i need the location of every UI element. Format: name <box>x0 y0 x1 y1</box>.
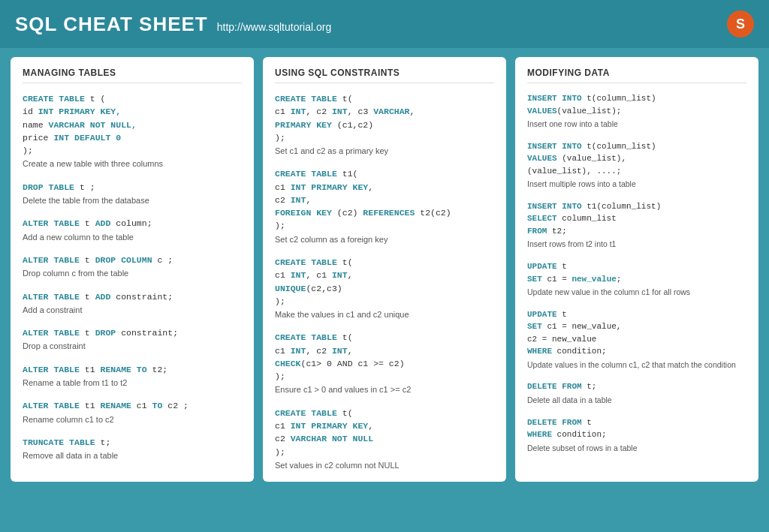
code-line: TRUNCATE TABLE t; <box>23 436 242 449</box>
section-desc: Insert one row into a table <box>527 119 746 130</box>
code-part: DROP TABLE <box>23 182 74 192</box>
code-part: WHERE <box>527 430 552 439</box>
code-part: c1 = <box>542 275 572 284</box>
code-part: FROM <box>527 227 547 236</box>
code-part: CREATE TABLE <box>23 94 85 104</box>
code-part: ; <box>617 275 622 284</box>
code-line: ALTER TABLE t1 RENAME c1 TO c2 ; <box>23 399 242 412</box>
code-line: WHERE condition; <box>527 345 746 358</box>
code-part: UNIQUE <box>275 284 306 293</box>
section-desc: Drop column c from the table <box>23 268 242 279</box>
section-update-where: UPDATE tSET c1 = new_value, c2 = new_val… <box>527 308 746 371</box>
code-line: ); <box>275 370 494 383</box>
section-desc: Update new value in the column c1 for al… <box>527 287 746 298</box>
code-part: VARCHAR NOT NULL, <box>49 120 137 130</box>
code-part: INT PRIMARY KEY <box>291 182 369 192</box>
section-desc: Delete subset of rows in a table <box>527 443 746 454</box>
code-part: CREATE TABLE <box>275 169 337 179</box>
code-part: , c1 <box>306 270 332 280</box>
code-part: t2(c2) <box>415 208 451 218</box>
code-line: ALTER TABLE t DROP constraint; <box>23 326 242 339</box>
code-part: PRIMARY KEY <box>275 120 332 130</box>
code-line: CREATE TABLE t( <box>275 256 494 269</box>
code-line: c2 INT, <box>275 194 494 206</box>
code-part: CREATE TABLE <box>275 257 337 267</box>
code-part: ALTER TABLE <box>23 218 80 228</box>
code-part: (c2) <box>332 208 363 218</box>
code-part: t( <box>337 408 353 418</box>
code-part: INT <box>332 270 348 280</box>
section-truncate: TRUNCATE TABLE t;Remove all data in a ta… <box>23 436 242 462</box>
code-part: t <box>557 262 567 271</box>
code-part: INT <box>291 346 306 356</box>
code-part: t <box>80 328 95 338</box>
code-part: t <box>582 418 592 427</box>
code-part: VARCHAR NOT NULL <box>291 434 373 443</box>
section-delete-where: DELETE FROM tWHERE condition;Delete subs… <box>527 416 746 454</box>
code-part: (value_list), <box>557 154 626 163</box>
code-line: ); <box>275 295 494 308</box>
code-part: t1 <box>80 365 101 374</box>
code-part: VALUES <box>527 154 557 163</box>
code-part: INSERT INTO <box>527 202 582 211</box>
code-part: c1 = new_value, <box>542 322 622 331</box>
code-part: CREATE TABLE <box>275 408 337 418</box>
code-part: SET <box>527 275 542 284</box>
code-part: , c2 <box>306 107 332 116</box>
section-insert-multiple: INSERT INTO t(column_list)VALUES (value_… <box>527 140 746 190</box>
code-line: CREATE TABLE t( <box>275 92 494 105</box>
code-line: id INT PRIMARY KEY, <box>23 105 242 118</box>
code-part: ADD <box>95 218 111 228</box>
code-part: INT PRIMARY KEY <box>291 421 369 431</box>
code-line: ); <box>275 446 494 458</box>
code-part: INT <box>291 270 306 280</box>
section-create-unique: CREATE TABLE t( c1 INT, c1 INT, UNIQUE(c… <box>275 256 494 320</box>
code-part: name <box>23 120 49 130</box>
code-part: ALTER TABLE <box>23 328 80 338</box>
code-part: t(column_list) <box>582 94 656 103</box>
code-part: INSERT INTO <box>527 142 582 151</box>
code-part: t <box>74 182 90 192</box>
header: SQL CHEAT SHEET http://www.sqltutorial.o… <box>0 0 769 48</box>
modifying-data-title: MODIFYING DATA <box>527 68 746 83</box>
code-part: t(column_list) <box>582 142 656 151</box>
code-line: ALTER TABLE t ADD constraint; <box>23 290 242 303</box>
code-line: SET c1 = new_value; <box>527 273 746 286</box>
code-line: ALTER TABLE t DROP COLUMN c ; <box>23 254 242 266</box>
section-desc: Set values in c2 column not NULL <box>275 460 494 471</box>
code-line: ALTER TABLE t ADD column; <box>23 217 242 230</box>
code-part: ALTER TABLE <box>23 365 80 374</box>
code-part: constraint; <box>116 328 178 338</box>
code-part: condition; <box>552 430 607 439</box>
code-line: FOREIGN KEY (c2) REFERENCES t2(c2) <box>275 206 494 219</box>
code-line: UNIQUE(c2,c3) <box>275 282 494 295</box>
code-part: t1 <box>80 401 101 410</box>
code-part: c2 <box>275 434 291 443</box>
code-line: VALUES(value_list); <box>527 105 746 118</box>
section-alter-add-column: ALTER TABLE t ADD column;Add a new colum… <box>23 217 242 243</box>
code-part: INT <box>332 346 348 356</box>
code-part: ); <box>275 133 285 143</box>
sql-constraints-sections: CREATE TABLE t( c1 INT, c2 INT, c3 VARCH… <box>275 92 494 471</box>
code-line: VALUES (value_list), <box>527 152 746 165</box>
code-part: FOREIGN KEY <box>275 208 332 218</box>
section-desc: Remove all data in a table <box>23 450 242 461</box>
code-line: ); <box>23 144 242 157</box>
code-part: c1 <box>275 421 291 431</box>
code-part: INT <box>291 107 306 116</box>
code-line: c1 INT, c2 INT, c3 VARCHAR, <box>275 105 494 118</box>
code-part: constraint; <box>110 292 173 302</box>
code-part: , <box>410 107 415 116</box>
code-part: (c2,c3) <box>306 284 342 293</box>
code-part: t( <box>337 94 353 104</box>
section-desc: Add a new column to the table <box>23 232 242 243</box>
code-part: ); <box>23 146 33 155</box>
code-part: ); <box>275 371 285 381</box>
code-part: TRUNCATE TABLE <box>23 437 95 447</box>
code-part: , c2 <box>306 346 332 356</box>
code-line: INSERT INTO t1(column_list) <box>527 200 746 213</box>
section-desc: Insert rows from t2 into t1 <box>527 239 746 250</box>
code-part: ); <box>275 221 285 230</box>
code-line: (value_list), ....; <box>527 165 746 178</box>
code-line: DELETE FROM t <box>527 416 746 429</box>
